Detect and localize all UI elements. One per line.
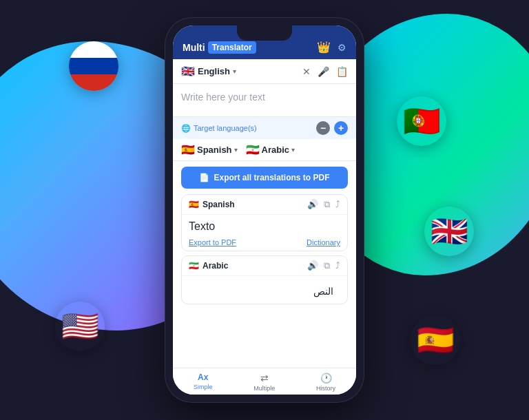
spanish-result-flag: 🇪🇸 — [189, 200, 199, 209]
source-chevron-icon: ▾ — [233, 67, 236, 75]
arabic-share-icon[interactable]: ⤴ — [335, 260, 340, 271]
export-pdf-label: Export all translations to PDF — [214, 173, 329, 182]
spanish-export-pdf-link[interactable]: Export to PDF — [189, 238, 236, 246]
portugal-flag-emoji: 🇵🇹 — [403, 106, 441, 136]
simple-icon: Ax — [198, 372, 208, 382]
arabic-card-actions: 🔊 ⧉ ⤴ — [307, 260, 340, 271]
spanish-card-header: 🇪🇸 Spanish 🔊 ⧉ ⤴ — [182, 195, 347, 215]
spanish-card-lang: 🇪🇸 Spanish — [189, 200, 235, 209]
target-language-header: 🌐 Target language(s) − + — [173, 117, 356, 139]
source-action-icons: ✕ 🎤 📋 — [302, 66, 348, 77]
app-title: Multi Translator — [183, 41, 256, 54]
source-lang-name: English — [198, 66, 230, 76]
add-target-button[interactable]: + — [334, 121, 348, 135]
spanish-card-body: Texto — [182, 215, 347, 235]
target-lang-arabic[interactable]: 🇮🇷 Arabic ▾ — [246, 143, 295, 156]
spanish-result-name: Spanish — [203, 200, 235, 209]
flag-circle-spain: 🇪🇸 — [411, 315, 460, 365]
export-pdf-button[interactable]: 📄 Export all translations to PDF — [181, 167, 348, 189]
spanish-card-actions: 🔊 ⧉ ⤴ — [307, 199, 340, 210]
globe-icon: 🌐 — [181, 124, 191, 133]
arabic-speaker-icon[interactable]: 🔊 — [307, 260, 318, 271]
source-language-row: 🇬🇧 English ▾ ✕ 🎤 📋 — [173, 59, 356, 84]
target-controls: − + — [316, 121, 348, 135]
arabic-card-header: 🇮🇷 Arabic 🔊 ⧉ ⤴ — [182, 256, 347, 276]
spanish-speaker-icon[interactable]: 🔊 — [307, 199, 318, 210]
app-title-multi: Multi — [183, 42, 205, 53]
microphone-icon[interactable]: 🎤 — [318, 66, 329, 77]
flag-circle-usa: 🇺🇸 — [55, 302, 105, 351]
arabic-flag: 🇮🇷 — [246, 143, 260, 156]
target-label-text: Target language(s) — [194, 124, 257, 132]
multiple-label: Multiple — [253, 385, 275, 392]
flag-circle-uk: 🇬🇧 — [424, 207, 474, 256]
phone-outer: Multi Translator 👑 ⚙ 🇬🇧 English ▾ ✕ 🎤 — [165, 17, 364, 403]
bottom-nav: Ax Simple ⇄ Multiple 🕐 History — [173, 368, 356, 395]
source-flag: 🇬🇧 — [181, 65, 195, 78]
app-title-translator: Translator — [208, 41, 256, 54]
arabic-copy-icon[interactable]: ⧉ — [324, 260, 330, 271]
flag-circle-russia — [69, 41, 118, 91]
arabic-card-lang: 🇮🇷 Arabic — [189, 261, 228, 271]
spanish-copy-icon[interactable]: ⧉ — [324, 199, 330, 210]
target-lang-spanish[interactable]: 🇪🇸 Spanish ▾ — [181, 143, 238, 156]
arabic-translated-text: النص — [189, 282, 340, 301]
arabic-result-name: Arabic — [203, 261, 228, 271]
spanish-dictionary-link[interactable]: Dictionary — [307, 238, 340, 246]
gear-icon[interactable]: ⚙ — [338, 42, 346, 53]
phone-notch — [237, 25, 292, 41]
spanish-flag: 🇪🇸 — [181, 143, 195, 156]
spanish-translation-card: 🇪🇸 Spanish 🔊 ⧉ ⤴ Texto Export to PDF Dic… — [181, 194, 348, 251]
multiple-icon: ⇄ — [260, 372, 269, 384]
arabic-translation-card: 🇮🇷 Arabic 🔊 ⧉ ⤴ النص — [181, 255, 348, 304]
arabic-chevron-icon: ▾ — [291, 146, 295, 154]
remove-target-button[interactable]: − — [316, 121, 330, 135]
spanish-share-icon[interactable]: ⤴ — [335, 199, 340, 210]
crown-icon[interactable]: 👑 — [317, 41, 331, 54]
clear-icon[interactable]: ✕ — [302, 66, 311, 77]
header-icons: 👑 ⚙ — [317, 41, 346, 54]
history-icon: 🕐 — [320, 372, 332, 384]
phone-wrapper: Multi Translator 👑 ⚙ 🇬🇧 English ▾ ✕ 🎤 — [165, 17, 364, 403]
pdf-icon: 📄 — [199, 173, 209, 182]
spanish-card-footer: Export to PDF Dictionary — [182, 235, 347, 251]
nav-item-multiple[interactable]: ⇄ Multiple — [253, 372, 275, 392]
arabic-name: Arabic — [262, 145, 289, 155]
spanish-name: Spanish — [197, 145, 232, 155]
simple-label: Simple — [194, 384, 213, 390]
nav-item-history[interactable]: 🕐 History — [316, 372, 335, 392]
flag-circle-portugal: 🇵🇹 — [397, 96, 446, 146]
phone-screen: Multi Translator 👑 ⚙ 🇬🇧 English ▾ ✕ 🎤 — [173, 25, 356, 395]
input-placeholder: Write here your text — [181, 92, 265, 103]
spanish-chevron-icon: ▾ — [234, 146, 238, 154]
document-icon[interactable]: 📋 — [336, 66, 348, 77]
target-label: 🌐 Target language(s) — [181, 124, 257, 133]
text-input-area[interactable]: Write here your text — [173, 84, 356, 117]
uk-flag-emoji: 🇬🇧 — [431, 216, 468, 246]
source-lang-selector[interactable]: 🇬🇧 English ▾ — [181, 65, 236, 78]
history-label: History — [316, 385, 335, 392]
arabic-card-body: النص — [182, 276, 347, 304]
nav-item-simple[interactable]: Ax Simple — [194, 372, 213, 392]
usa-flag-emoji: 🇺🇸 — [61, 311, 99, 342]
spain-flag-emoji: 🇪🇸 — [417, 325, 455, 355]
arabic-result-flag: 🇮🇷 — [189, 261, 199, 271]
target-lang-selectors: 🇪🇸 Spanish ▾ 🇮🇷 Arabic ▾ — [173, 139, 356, 161]
spanish-translated-text: Texto — [189, 220, 215, 232]
